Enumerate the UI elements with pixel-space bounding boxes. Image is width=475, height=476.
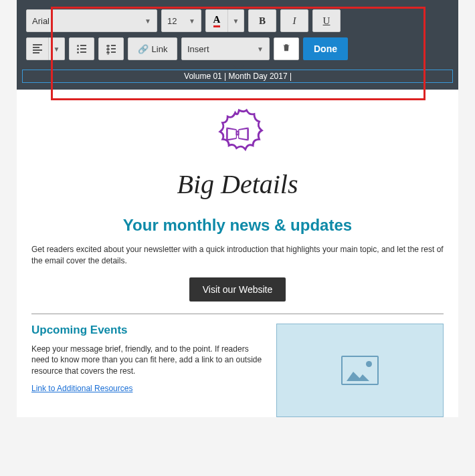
chevron-down-icon: ▼	[257, 45, 264, 53]
email-content: Big Details Your monthly news & updates …	[17, 90, 458, 417]
bold-icon: B	[259, 15, 266, 27]
divider	[31, 314, 444, 314]
font-color-picker[interactable]: A ▼	[205, 9, 244, 32]
bulleted-list-icon	[77, 45, 86, 53]
insert-label: Insert	[187, 44, 209, 54]
text-align-picker[interactable]: ▼	[26, 37, 65, 60]
numbered-list-icon: 1 2 3	[106, 45, 116, 53]
chevron-down-icon: ▼	[145, 17, 151, 25]
brand-name: Big Details	[31, 168, 444, 200]
bulleted-list-button[interactable]	[69, 37, 94, 60]
font-family-select[interactable]: Arial ▼	[26, 9, 157, 32]
italic-icon: I	[293, 15, 296, 27]
link-icon: 🔗	[138, 44, 149, 54]
underline-button[interactable]: U	[312, 9, 341, 32]
link-label: Link	[152, 44, 168, 54]
font-family-value: Arial	[32, 16, 50, 26]
chevron-down-icon: ▼	[54, 45, 60, 53]
image-placeholder[interactable]	[276, 324, 444, 417]
numbered-list-button[interactable]: 1 2 3	[98, 37, 124, 60]
bowtie-icon	[227, 128, 248, 138]
headline-text: Your monthly news & updates	[31, 216, 444, 235]
font-color-icon: A	[213, 15, 221, 27]
volume-text-value: Volume 01 | Month Day 2017	[184, 72, 288, 81]
visit-website-button[interactable]: Visit our Website	[189, 277, 286, 302]
done-button[interactable]: Done	[303, 37, 348, 60]
underline-icon: U	[323, 15, 330, 27]
align-left-icon	[33, 44, 42, 53]
link-button[interactable]: 🔗 Link	[128, 37, 177, 60]
volume-text-input[interactable]: Volume 01 | Month Day 2017	[22, 70, 453, 83]
font-size-select[interactable]: 12 ▼	[161, 9, 201, 32]
trash-icon	[282, 43, 291, 55]
section-title: Upcoming Events	[31, 324, 263, 337]
section-body: Keep your message brief, friendly, and t…	[31, 344, 263, 377]
font-size-value: 12	[167, 16, 177, 26]
delete-button[interactable]	[274, 37, 299, 60]
image-placeholder-icon	[341, 356, 379, 385]
italic-button[interactable]: I	[280, 9, 308, 32]
logo-block: Big Details	[31, 102, 444, 200]
bold-button[interactable]: B	[248, 9, 276, 32]
email-editor: Arial ▼ 12 ▼ A ▼ B I U ▼	[17, 0, 458, 417]
intro-text: Get readers excited about your newslette…	[31, 244, 444, 267]
chevron-down-icon: ▼	[189, 17, 195, 25]
editing-row: Volume 01 | Month Day 2017	[17, 67, 458, 90]
insert-select[interactable]: Insert ▼	[181, 37, 270, 60]
text-toolbar: Arial ▼ 12 ▼ A ▼ B I U ▼	[17, 0, 458, 67]
chevron-down-icon: ▼	[233, 17, 240, 25]
additional-resources-link[interactable]: Link to Additional Resources	[31, 384, 132, 393]
